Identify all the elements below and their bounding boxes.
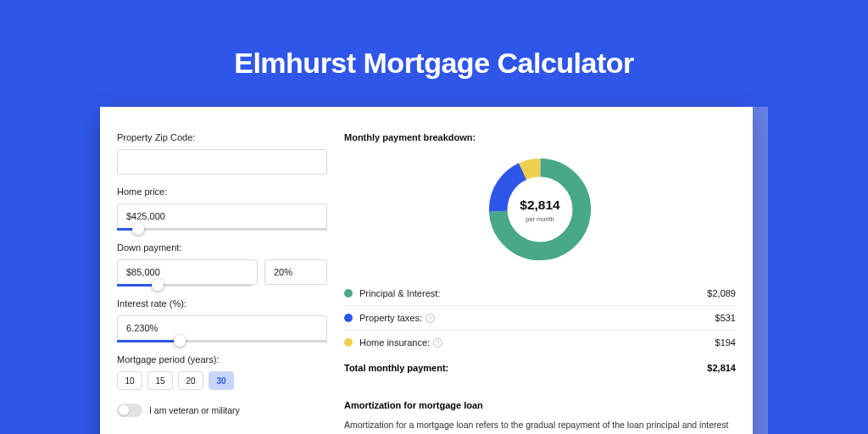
- period-button-10[interactable]: 10: [117, 371, 142, 390]
- toggle-knob: [119, 405, 129, 415]
- total-row: Total monthly payment: $2,814: [344, 354, 736, 385]
- line-item-value: $194: [715, 337, 736, 348]
- slider-thumb[interactable]: [174, 335, 186, 347]
- down-payment-slider[interactable]: [117, 284, 252, 287]
- breakdown-line-item: Home insurance:?$194: [344, 331, 736, 354]
- period-button-30[interactable]: 30: [209, 371, 234, 390]
- line-item-value: $531: [715, 313, 736, 323]
- breakdown-line-item: Principal & Interest:$2,089: [344, 281, 736, 306]
- down-payment-pct-input[interactable]: [264, 259, 327, 285]
- page-title: Elmhurst Mortgage Calculator: [0, 47, 868, 80]
- total-label: Total monthly payment:: [344, 363, 448, 373]
- breakdown-panel: Monthly payment breakdown: $2,814 per mo…: [344, 132, 736, 434]
- slider-thumb[interactable]: [152, 279, 164, 291]
- veteran-toggle[interactable]: [117, 403, 142, 417]
- interest-rate-slider[interactable]: [117, 340, 327, 342]
- home-price-slider[interactable]: [117, 228, 327, 231]
- donut-chart: $2,814 per month: [344, 154, 736, 264]
- veteran-label: I am veteran or military: [149, 405, 240, 415]
- calculator-card: Property Zip Code: Home price: Down paym…: [100, 107, 753, 434]
- mortgage-period-group: 10152030: [117, 371, 327, 390]
- zip-input[interactable]: [117, 149, 327, 175]
- breakdown-title: Monthly payment breakdown:: [344, 132, 736, 142]
- form-panel: Property Zip Code: Home price: Down paym…: [117, 132, 327, 434]
- legend-dot: [344, 289, 353, 298]
- down-payment-input[interactable]: [117, 259, 258, 285]
- period-button-15[interactable]: 15: [147, 371, 173, 390]
- total-value: $2,814: [707, 363, 736, 373]
- breakdown-line-item: Property taxes:?$531: [344, 306, 736, 331]
- line-item-label: Property taxes:?: [359, 313, 715, 323]
- line-item-value: $2,089: [707, 288, 736, 298]
- period-button-20[interactable]: 20: [178, 371, 203, 390]
- legend-dot: [344, 338, 353, 347]
- info-icon[interactable]: ?: [426, 314, 435, 323]
- line-item-label: Principal & Interest:: [359, 288, 707, 298]
- amortization-text: Amortization for a mortgage loan refers …: [344, 419, 736, 434]
- home-price-input[interactable]: [117, 203, 327, 229]
- line-item-label: Home insurance:?: [359, 337, 715, 348]
- interest-rate-input[interactable]: [117, 315, 327, 341]
- amortization-title: Amortization for mortgage loan: [344, 400, 736, 410]
- mortgage-period-label: Mortgage period (years):: [117, 354, 327, 364]
- home-price-label: Home price:: [117, 186, 327, 197]
- slider-thumb[interactable]: [132, 223, 144, 235]
- legend-dot: [344, 314, 353, 322]
- donut-sub: per month: [526, 215, 554, 223]
- info-icon[interactable]: ?: [433, 338, 442, 348]
- zip-label: Property Zip Code:: [117, 132, 327, 142]
- down-payment-label: Down payment:: [117, 242, 327, 253]
- interest-rate-label: Interest rate (%):: [117, 298, 327, 309]
- donut-value: $2,814: [520, 198, 560, 212]
